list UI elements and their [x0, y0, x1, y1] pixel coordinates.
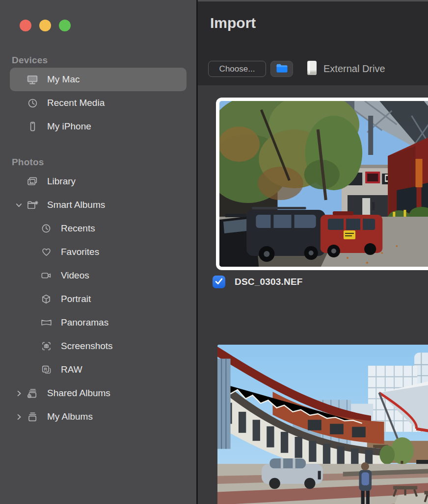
clock-icon [25, 98, 40, 109]
zoom-button[interactable] [59, 20, 71, 31]
sidebar-item-portrait[interactable]: Portrait [10, 287, 187, 311]
sidebar-item-smart-albums[interactable]: Smart Albums [10, 193, 187, 217]
sidebar-item-label: Shared Albums [47, 388, 110, 399]
chevron-down-icon[interactable] [14, 201, 24, 209]
sidebar: Devices My Mac Recent Media My iPhone [0, 0, 196, 504]
sidebar-item-label: Videos [61, 270, 89, 281]
sidebar-section-devices: Devices [12, 53, 196, 68]
sidebar-item-label: Recent Media [47, 98, 105, 108]
photos-library-icon [25, 176, 40, 187]
chevron-right-icon[interactable] [14, 389, 24, 398]
screenshot-icon [38, 341, 54, 352]
import-toolbar: Choose... External Drive [198, 61, 428, 77]
video-camera-icon [38, 270, 54, 281]
sidebar-item-label: Library [47, 176, 76, 187]
svg-text:R: R [44, 367, 47, 372]
sidebar-divider [196, 0, 198, 504]
sidebar-item-favorites[interactable]: Favorites [10, 240, 187, 264]
sidebar-item-my-iphone[interactable]: My iPhone [10, 115, 187, 138]
sidebar-item-label: My Mac [47, 74, 80, 85]
sidebar-item-label: Screenshots [61, 341, 113, 352]
sidebar-item-label: Favorites [61, 247, 99, 257]
smart-folder-icon [25, 200, 40, 211]
checkmark-icon [214, 276, 224, 288]
mac-display-icon [25, 74, 40, 85]
albums-stack-icon [25, 411, 40, 423]
photo-thumbnail-dsc-0303[interactable] [216, 98, 428, 270]
open-folder-button[interactable] [270, 61, 293, 77]
sidebar-item-label: Portrait [61, 294, 91, 304]
heart-icon [38, 247, 54, 257]
clock-icon [38, 223, 54, 234]
shared-albums-icon [25, 388, 40, 399]
sidebar-item-label: RAW [61, 364, 82, 375]
sidebar-item-label: My iPhone [47, 121, 91, 132]
sidebar-item-my-mac[interactable]: My Mac [10, 68, 187, 91]
page-title: Import [210, 15, 256, 31]
photo-image-street-under-bridge [219, 101, 428, 267]
import-item-row: DSC_0303.NEF [213, 276, 303, 288]
sidebar-item-raw[interactable]: R RAW [10, 358, 187, 381]
sidebar-item-label: My Albums [47, 411, 93, 422]
import-pane: Import Choose... External Drive [198, 0, 428, 504]
photo-checkbox-checked[interactable] [213, 276, 225, 288]
import-grid: DSC_0303.NEF [198, 85, 428, 504]
sidebar-item-label: Recents [61, 223, 95, 234]
photo-thumbnail-plaza[interactable] [217, 345, 428, 504]
external-drive-icon [306, 60, 318, 77]
minimize-button[interactable] [39, 20, 51, 31]
sidebar-item-screenshots[interactable]: Screenshots [10, 334, 187, 358]
import-source: External Drive [306, 60, 385, 78]
raw-badge-icon: R [38, 364, 54, 375]
iphone-icon [25, 121, 40, 132]
sidebar-item-shared-albums[interactable]: Shared Albums [10, 381, 187, 405]
panorama-icon [38, 317, 54, 328]
sidebar-item-panoramas[interactable]: Panoramas [10, 311, 187, 334]
sidebar-section-photos: Photos [12, 155, 196, 170]
sidebar-item-label: Smart Albums [47, 200, 105, 210]
folder-icon [275, 63, 289, 75]
sidebar-item-label: Panoramas [61, 317, 108, 328]
window-controls [0, 0, 196, 31]
import-source-label: External Drive [323, 63, 385, 75]
sidebar-item-recent-media[interactable]: Recent Media [10, 91, 187, 115]
cube-icon [38, 294, 54, 304]
chevron-right-icon[interactable] [14, 413, 24, 421]
sidebar-item-library[interactable]: Library [10, 170, 187, 193]
sidebar-item-recents[interactable]: Recents [10, 217, 187, 240]
window-top-edge [198, 0, 428, 1]
sidebar-item-videos[interactable]: Videos [10, 264, 187, 287]
close-button[interactable] [20, 20, 31, 31]
sidebar-item-my-albums[interactable]: My Albums [10, 405, 187, 428]
choose-button[interactable]: Choose... [208, 61, 266, 77]
photo-filename: DSC_0303.NEF [235, 277, 303, 287]
